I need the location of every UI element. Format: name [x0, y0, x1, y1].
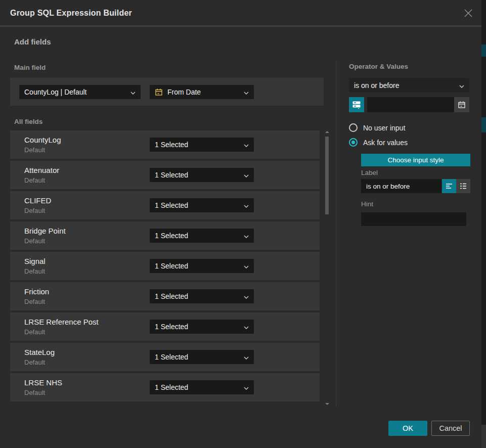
radio-ask-for-values[interactable]: Ask for values [349, 138, 408, 147]
chevron-down-icon [130, 87, 136, 97]
scrollbar-thumb[interactable] [325, 137, 329, 214]
field-selected-dropdown[interactable]: 1 Selected [150, 320, 254, 334]
hint-label: Hint [361, 200, 373, 208]
field-name: LRSE NHS [24, 378, 62, 387]
chevron-down-icon [244, 352, 249, 362]
choose-input-style-button[interactable]: Choose input style [361, 154, 470, 166]
field-name: Friction [24, 287, 49, 296]
label-input[interactable] [361, 179, 441, 193]
chevron-down-icon [244, 140, 249, 149]
field-selected-dropdown[interactable]: 1 Selected [150, 350, 254, 364]
label-label: Label [361, 169, 378, 176]
field-row: CLIFED Default 1 Selected [10, 191, 320, 219]
calendar-icon [155, 88, 163, 96]
ok-button[interactable]: OK [388, 421, 427, 436]
operator-value: is on or before [354, 81, 455, 89]
field-default-label: Default [24, 328, 45, 336]
field-selected-dropdown[interactable]: 1 Selected [150, 198, 254, 212]
chevron-down-icon [244, 292, 249, 301]
screen: Group SQL Expression Builder Add fields … [0, 0, 486, 448]
field-default-label: Default [24, 207, 45, 214]
field-selected-dropdown[interactable]: 1 Selected [150, 289, 254, 303]
edge-fragment [481, 425, 486, 448]
field-selected-dropdown[interactable]: 1 Selected [150, 259, 254, 273]
field-row: LRSE Reference Post Default 1 Selected [10, 312, 320, 341]
field-name: StateLog [24, 348, 55, 356]
field-selected-value: 1 Selected [155, 232, 240, 240]
radio-no-user-input[interactable]: No user input [349, 123, 405, 132]
main-field-source-dropdown[interactable]: CountyLog | Default [19, 85, 141, 99]
dialog-title: Group SQL Expression Builder [10, 0, 132, 26]
list-scrollbar[interactable] [324, 129, 330, 407]
group-sql-expression-builder-dialog: Group SQL Expression Builder Add fields … [0, 0, 481, 448]
field-default-label: Default [24, 267, 45, 275]
field-name: CLIFED [24, 196, 51, 205]
radio-selected-icon[interactable] [349, 138, 358, 147]
field-name: Attenuator [24, 166, 59, 174]
field-selected-value: 1 Selected [155, 201, 240, 209]
field-default-label: Default [24, 298, 45, 305]
field-row: Attenuator Default 1 Selected [10, 161, 320, 189]
field-selected-dropdown[interactable]: 1 Selected [150, 138, 254, 152]
date-value-input[interactable] [367, 97, 454, 112]
chevron-down-icon [244, 383, 249, 392]
chevron-down-icon [244, 322, 249, 331]
field-default-label: Default [24, 389, 45, 396]
background-app-edge [481, 0, 486, 448]
main-field-field-dropdown[interactable]: From Date [150, 85, 254, 99]
edge-fragment [481, 117, 486, 132]
field-selected-value: 1 Selected [155, 353, 240, 361]
field-selected-dropdown[interactable]: 1 Selected [150, 229, 254, 243]
chevron-down-icon [244, 201, 249, 210]
scrollbar-up-icon[interactable] [325, 131, 329, 133]
field-selected-value: 1 Selected [155, 141, 240, 149]
field-selected-value: 1 Selected [155, 323, 240, 331]
date-value-field-wrap [367, 97, 469, 112]
chevron-down-icon [244, 170, 249, 180]
main-field-label: Main field [14, 64, 46, 71]
dialog-titlebar: Group SQL Expression Builder [0, 0, 481, 26]
field-name: CountyLog [24, 136, 61, 144]
value-row [349, 97, 469, 112]
hint-input[interactable] [361, 212, 466, 226]
close-icon[interactable] [462, 7, 474, 19]
field-selected-value: 1 Selected [155, 383, 240, 391]
main-field-field-value: From Date [167, 88, 240, 96]
field-selected-value: 1 Selected [155, 171, 240, 179]
input-type-toggle-button[interactable] [349, 97, 364, 112]
date-picker-button[interactable] [454, 97, 469, 112]
scrollbar-down-icon[interactable] [325, 403, 329, 405]
chevron-down-icon [244, 231, 249, 240]
field-selected-dropdown[interactable]: 1 Selected [150, 168, 254, 182]
edge-fragment [481, 44, 486, 57]
field-default-label: Default [24, 146, 45, 154]
field-name: LRSE Reference Post [24, 318, 99, 326]
field-selected-dropdown[interactable]: 1 Selected [150, 380, 254, 394]
field-row: Friction Default 1 Selected [10, 282, 320, 310]
main-field-bar: CountyLog | Default From Date [10, 78, 324, 106]
operator-dropdown[interactable]: is on or before [349, 78, 469, 93]
radio-no-user-input-label: No user input [363, 124, 405, 132]
field-selected-value: 1 Selected [155, 262, 240, 270]
add-fields-heading: Add fields [14, 37, 51, 46]
field-name: Signal [24, 257, 46, 265]
field-default-label: Default [24, 176, 45, 184]
field-row: Signal Default 1 Selected [10, 252, 320, 280]
list-input-style-button[interactable] [456, 179, 470, 193]
field-name: Bridge Point [24, 227, 66, 235]
all-fields-label: All fields [14, 118, 42, 125]
chevron-down-icon [244, 87, 249, 97]
radio-ask-for-values-label: Ask for values [363, 139, 408, 147]
field-default-label: Default [24, 237, 45, 245]
field-default-label: Default [24, 359, 45, 366]
radio-unselected-icon[interactable] [349, 123, 358, 132]
single-line-input-style-button[interactable] [442, 179, 456, 193]
all-fields-list: CountyLog Default 1 Selected Attenuator … [10, 130, 320, 404]
field-row: LRSE NHS Default 1 Selected [10, 373, 320, 401]
cancel-button[interactable]: Cancel [431, 421, 470, 436]
field-row: CountyLog Default 1 Selected [10, 130, 320, 159]
panel-divider [336, 61, 336, 407]
main-field-source-value: CountyLog | Default [24, 88, 126, 96]
operator-values-label: Operator & Values [349, 63, 408, 70]
field-row: Bridge Point Default 1 Selected [10, 221, 320, 250]
